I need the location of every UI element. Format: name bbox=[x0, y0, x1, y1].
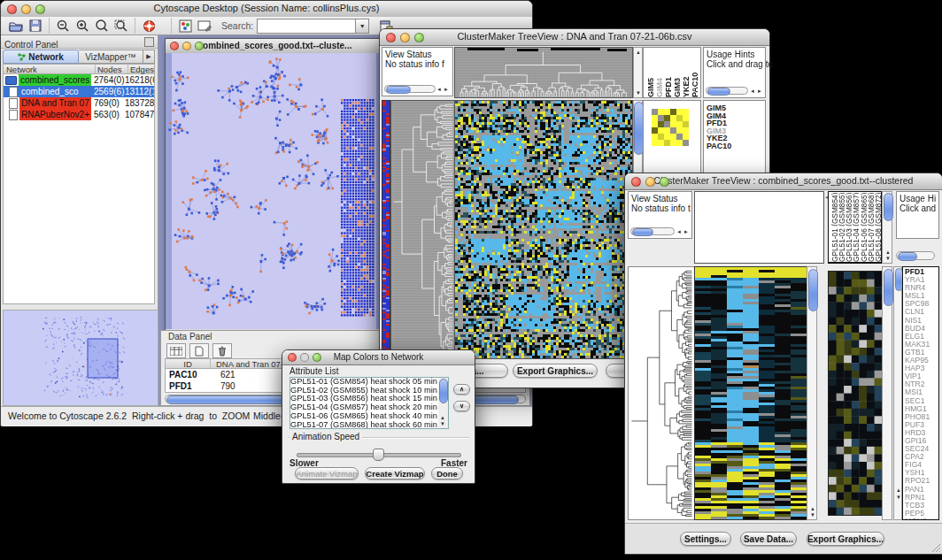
treeview1-titlebar[interactable]: ClusterMaker TreeView : DNA and Tran 07-… bbox=[380, 29, 769, 46]
dialog-minimize-button[interactable] bbox=[300, 353, 309, 362]
tv2-status-hscrollbar[interactable] bbox=[630, 227, 675, 235]
tv2-usage-hscrollbar[interactable] bbox=[896, 251, 935, 260]
tv2-settings-button[interactable]: Settings... bbox=[680, 532, 731, 546]
attribute-list-item[interactable]: GPL51-06 (GSM865) heat shock 40 min bbox=[290, 412, 448, 421]
tv2-column-dendrogram-area[interactable] bbox=[694, 191, 824, 264]
dialog-close-button[interactable] bbox=[288, 353, 297, 362]
close-button[interactable] bbox=[7, 4, 17, 14]
attribute-list-item[interactable]: GPL51-03 (GSM856) heat shock 15 min bbox=[290, 395, 448, 403]
tv1-global-pixel-strip[interactable] bbox=[382, 100, 390, 359]
tv2-gene-list[interactable]: PFD1YRA1RNR4MSL1SPC98CLN1NIS1BUD4ELG1MAK… bbox=[902, 266, 939, 520]
network-close-button[interactable] bbox=[170, 42, 179, 50]
tv2-status-right-arrow-icon[interactable]: ► bbox=[683, 229, 689, 234]
desktop: { "main_window": { "title": "Cytoscape D… bbox=[0, 0, 942, 560]
network-view-titlebar[interactable]: combined_scores_good.txt--cluste... bbox=[166, 39, 384, 54]
col-header-nodes[interactable]: Nodes bbox=[96, 65, 128, 73]
slider-thumb[interactable] bbox=[373, 449, 384, 461]
dialog-zoom-button[interactable] bbox=[313, 353, 321, 362]
tv1-usage-hscrollbar[interactable] bbox=[706, 87, 748, 95]
tv1-col-scrollstrip[interactable]: ▲▼ bbox=[633, 47, 643, 98]
col-header-edges[interactable]: Edges bbox=[128, 65, 154, 73]
network-name: DNA and Tran 07 bbox=[19, 97, 91, 109]
animation-speed-slider[interactable] bbox=[297, 448, 459, 460]
zoom-out-icon[interactable] bbox=[53, 18, 73, 34]
search-input[interactable] bbox=[257, 19, 356, 34]
zoom-fit-icon[interactable] bbox=[112, 18, 131, 34]
tv2-save-data-button[interactable]: Save Data... bbox=[740, 532, 797, 546]
search-dropdown-icon[interactable]: ▼ bbox=[356, 19, 369, 34]
tv2-export-graphics-button[interactable]: Export Graphics... bbox=[807, 532, 884, 546]
tv1-minimize-button[interactable] bbox=[400, 33, 410, 42]
attribute-list-item[interactable]: GPL51-01 (GSM854) heat shock 05 min bbox=[290, 378, 448, 387]
tv2-collabels-vscrollbar[interactable]: ▲▼ bbox=[882, 191, 892, 264]
data-col-id[interactable]: ID bbox=[166, 359, 211, 368]
map-dialog-titlebar[interactable]: Map Colors to Network bbox=[282, 350, 475, 365]
tv2-column-label: GPL51-06 (GSM865) bbox=[860, 191, 867, 262]
attribute-list-vscrollbar[interactable]: ▲▼ bbox=[438, 378, 448, 428]
network-table-row[interactable]: combined_sco2569(6)13112(15) bbox=[4, 86, 154, 97]
matrix-cell bbox=[683, 115, 689, 121]
birdseye-view-canvas[interactable] bbox=[3, 310, 158, 406]
tv2-genelist-vscrollbar[interactable]: ▲▼ bbox=[893, 266, 902, 520]
tv2-close-button[interactable] bbox=[631, 177, 641, 187]
tv1-status-hscrollbar[interactable] bbox=[384, 85, 436, 93]
done-button[interactable]: Done bbox=[431, 467, 463, 479]
tv2-heatmap-vscrollbar[interactable]: ▲▼ bbox=[807, 266, 817, 520]
tv2-row-dendrogram[interactable] bbox=[628, 266, 695, 520]
network-table-row[interactable]: DNA and Tran 07769(0)183728(0) bbox=[4, 97, 154, 109]
tv1-usage-right-arrow-icon[interactable]: ► bbox=[757, 88, 762, 94]
tv2-secondary-heatmap[interactable] bbox=[828, 271, 883, 516]
tv1-status-right-arrow-icon[interactable]: ► bbox=[444, 87, 449, 92]
tv2-usage-line2: Click and bbox=[897, 203, 938, 215]
animate-vizmap-button[interactable]: Animate Vizmap bbox=[295, 467, 359, 479]
attribute-list-item[interactable]: GPL51-07 (GSM868) heat shock 60 min bbox=[290, 421, 448, 429]
annotation-icon[interactable] bbox=[195, 18, 214, 34]
tv2-zoom-button[interactable] bbox=[660, 177, 669, 187]
tv1-correlation-matrix[interactable] bbox=[652, 109, 689, 146]
help-icon[interactable] bbox=[139, 18, 158, 34]
tv2-status-left-arrow-icon[interactable]: ◄ bbox=[676, 229, 682, 234]
network-table-row[interactable]: RNAPuberNov2+563(0)107847(0) bbox=[4, 109, 154, 120]
tv2-rightmap-vscrollbar[interactable] bbox=[882, 266, 892, 520]
attribute-listbox[interactable]: GPL51-01 (GSM854) heat shock 05 minGPL51… bbox=[290, 377, 449, 429]
col-header-network[interactable]: Network bbox=[4, 65, 96, 73]
tv1-row-dendrogram[interactable] bbox=[390, 100, 455, 359]
tab-overflow[interactable]: ▶ bbox=[143, 50, 155, 64]
main-titlebar[interactable]: Cytoscape Desktop (Session Name: collins… bbox=[1, 1, 532, 18]
tv1-export-graphics-button[interactable]: Export Graphics... bbox=[513, 364, 598, 378]
new-attribute-icon[interactable] bbox=[189, 343, 209, 358]
tv2-heatmap-canvas[interactable] bbox=[694, 266, 807, 520]
network-table-row[interactable]: combined_scores2764(0)16218(0) bbox=[4, 74, 154, 86]
save-icon[interactable] bbox=[26, 18, 45, 34]
open-file-icon[interactable] bbox=[6, 18, 26, 34]
network-minimize-button[interactable] bbox=[182, 42, 191, 50]
tv1-usage-left-arrow-icon[interactable]: ◄ bbox=[750, 88, 755, 94]
zoom-in-icon[interactable] bbox=[73, 18, 92, 34]
tv1-heatmap-canvas[interactable] bbox=[454, 100, 633, 359]
matrix-cell bbox=[664, 134, 670, 140]
zoom-window-button[interactable] bbox=[35, 4, 45, 14]
delete-attribute-icon[interactable] bbox=[212, 343, 232, 358]
float-panel-icon[interactable] bbox=[144, 37, 154, 47]
attribute-list-item[interactable]: GPL51-02 (GSM855) heat shock 10 min bbox=[290, 387, 448, 395]
network-canvas[interactable] bbox=[166, 53, 382, 329]
create-vizmap-button[interactable]: Create Vizmap bbox=[365, 467, 425, 479]
tv1-status-left-arrow-icon[interactable]: ◄ bbox=[436, 87, 442, 92]
vizmap-icon[interactable] bbox=[175, 18, 195, 34]
treeview2-titlebar[interactable]: ClusterMaker TreeView : combined_scores_… bbox=[625, 173, 942, 190]
gene-list-item[interactable]: MON2 bbox=[905, 518, 938, 520]
tv1-column-dendrogram[interactable] bbox=[454, 47, 633, 98]
move-attribute-down-button[interactable]: ∨ bbox=[453, 401, 470, 411]
move-attribute-up-button[interactable]: ∧ bbox=[453, 384, 470, 395]
zoom-selected-icon[interactable] bbox=[92, 18, 112, 34]
tv1-close-button[interactable] bbox=[386, 33, 396, 42]
tab-network[interactable]: Network bbox=[3, 50, 79, 64]
network-zoom-button[interactable] bbox=[195, 42, 204, 50]
minimize-button[interactable] bbox=[21, 4, 31, 14]
resize-grip-icon[interactable] bbox=[930, 542, 941, 553]
select-attributes-icon[interactable] bbox=[166, 343, 186, 358]
tv2-minimize-button[interactable] bbox=[645, 177, 655, 187]
tv1-zoom-button[interactable] bbox=[414, 33, 424, 42]
tab-vizmapper[interactable]: VizMapper™ bbox=[79, 50, 143, 64]
attribute-list-item[interactable]: GPL51-04 (GSM857) heat shock 20 min bbox=[290, 403, 448, 412]
